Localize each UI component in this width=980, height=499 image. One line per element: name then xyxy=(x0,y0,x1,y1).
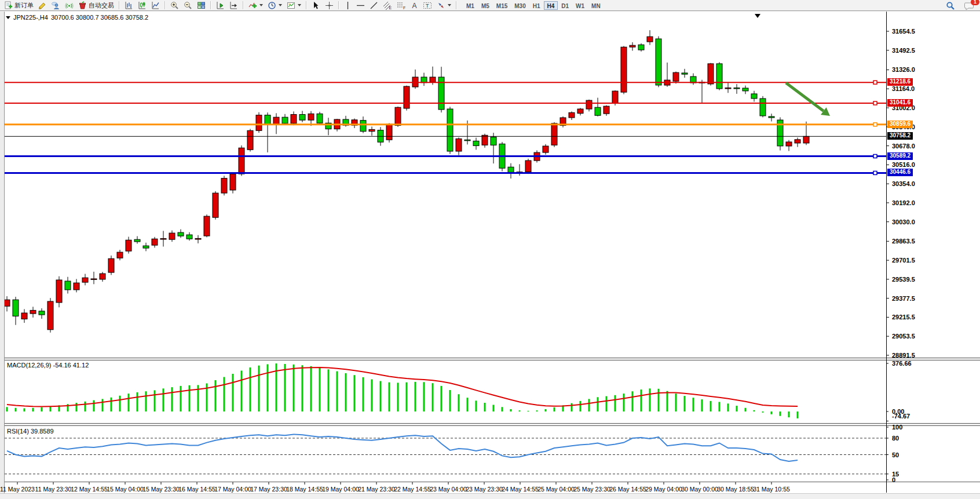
clock-icon xyxy=(268,1,276,10)
channel-icon: E xyxy=(383,1,392,10)
timeframe-w1[interactable]: W1 xyxy=(572,1,588,10)
panel-separator[interactable] xyxy=(5,360,980,360)
toolbar-separator xyxy=(456,1,457,9)
candlestick-chart-button[interactable] xyxy=(136,1,149,10)
indicators-button[interactable] xyxy=(246,1,265,10)
chart-title: JPN225-,H4 30700.6 30800.7 30685.6 30758… xyxy=(6,14,148,21)
template-icon xyxy=(287,1,295,10)
new-order-icon xyxy=(4,1,13,10)
periods-button[interactable] xyxy=(265,1,284,10)
timeframe-m30[interactable]: M30 xyxy=(511,1,529,10)
svg-text:F: F xyxy=(403,6,405,10)
toolbar: 新订单 自动交易 xyxy=(0,0,980,11)
timeframe-toolbar: M1M5M15M30H1H4D1W1MN xyxy=(463,1,604,10)
notification-badge: 1 xyxy=(971,0,979,5)
zoom-out-icon xyxy=(184,1,192,10)
trendline-button[interactable] xyxy=(367,1,381,10)
vertical-line-icon xyxy=(344,1,352,10)
line-chart-button[interactable] xyxy=(149,1,162,10)
cursor-button[interactable] xyxy=(309,1,323,10)
autotrading-icon xyxy=(78,1,87,10)
new-order-label: 新订单 xyxy=(14,1,34,10)
svg-text:T: T xyxy=(426,3,429,9)
chevron-down-icon xyxy=(259,4,263,6)
text-button[interactable]: A xyxy=(408,1,420,10)
panel-separator[interactable] xyxy=(5,425,980,426)
rsi-indicator-label: RSI(14) 39.8589 xyxy=(7,428,54,435)
toolbar-separator xyxy=(119,1,120,9)
search-button[interactable] xyxy=(944,1,957,10)
application-window: 新订单 自动交易 xyxy=(0,0,980,499)
crosshair-button[interactable] xyxy=(323,1,336,10)
chart-shift-button[interactable] xyxy=(227,1,240,10)
autotrading-button[interactable]: 自动交易 xyxy=(76,1,116,10)
time-axis-border xyxy=(5,482,980,482)
chevron-down-icon xyxy=(279,4,282,6)
toolbar-separator xyxy=(210,1,211,9)
new-order-button[interactable]: 新订单 xyxy=(2,1,36,10)
fibonacci-button[interactable]: F xyxy=(394,1,408,10)
ohlc-label: 30700.6 30800.7 30685.6 30758.2 xyxy=(51,14,148,21)
horizontal-line-icon xyxy=(356,1,365,10)
svg-text:E: E xyxy=(389,6,392,10)
price-axis-line xyxy=(886,12,887,493)
tile-windows-icon xyxy=(197,1,206,10)
chevron-down-icon xyxy=(298,4,301,6)
tile-windows-button[interactable] xyxy=(195,1,208,10)
signals-button[interactable] xyxy=(63,1,76,10)
equidistant-channel-button[interactable]: E xyxy=(381,1,394,10)
toolbar-separator xyxy=(164,1,166,9)
chart-shift-marker[interactable] xyxy=(755,14,760,18)
toolbar-separator xyxy=(243,1,244,9)
chart-shift-icon xyxy=(229,1,238,10)
vertical-line-button[interactable] xyxy=(342,1,354,10)
indicators-icon xyxy=(248,1,257,10)
arrows-icon xyxy=(437,1,445,10)
zoom-in-button[interactable] xyxy=(168,1,181,10)
timeframe-mn[interactable]: MN xyxy=(588,1,604,10)
person-icon xyxy=(52,1,60,10)
toolbar-separator xyxy=(306,1,307,9)
templates-button[interactable] xyxy=(284,1,303,10)
community-button[interactable] xyxy=(49,1,63,10)
cursor-icon xyxy=(312,1,320,10)
macd-indicator-label: MACD(12,26,9) -54.16 41.12 xyxy=(7,362,89,369)
auto-scroll-icon xyxy=(216,1,225,10)
toolbar-separator xyxy=(338,1,339,9)
timeframe-m15[interactable]: M15 xyxy=(493,1,511,10)
zoom-in-icon xyxy=(170,1,179,10)
bar-chart-button[interactable] xyxy=(122,1,136,10)
svg-text:A: A xyxy=(412,2,417,10)
timeframe-d1[interactable]: D1 xyxy=(558,1,572,10)
bar-chart-icon xyxy=(125,1,133,10)
timeframe-m5[interactable]: M5 xyxy=(478,1,493,10)
styles-button[interactable] xyxy=(36,1,49,10)
text-label-button[interactable]: T xyxy=(420,1,434,10)
timeframe-h4[interactable]: H4 xyxy=(544,1,558,10)
signal-icon xyxy=(65,1,74,10)
trendline-icon xyxy=(370,1,378,10)
autotrading-label: 自动交易 xyxy=(89,1,114,10)
fibonacci-icon: F xyxy=(397,1,406,10)
zoom-out-button[interactable] xyxy=(181,1,195,10)
candlestick-chart-icon xyxy=(138,1,147,10)
window-left-edge xyxy=(0,12,5,493)
auto-scroll-button[interactable] xyxy=(214,1,227,10)
horizontal-line-button[interactable] xyxy=(354,1,367,10)
line-chart-icon xyxy=(151,1,160,10)
notifications-button[interactable]: 1 xyxy=(962,1,977,10)
chevron-down-icon xyxy=(448,4,451,6)
chart-menu-icon[interactable] xyxy=(6,16,10,19)
timeframe-h1[interactable]: H1 xyxy=(529,1,544,10)
crosshair-icon xyxy=(325,1,334,10)
timeframe-m1[interactable]: M1 xyxy=(463,1,478,10)
arrows-button[interactable] xyxy=(434,1,454,10)
text-label-icon: T xyxy=(423,1,432,10)
text-icon: A xyxy=(411,1,418,10)
paint-icon xyxy=(38,1,47,10)
status-bar xyxy=(0,493,980,499)
symbol-period-label: JPN225-,H4 xyxy=(13,14,48,21)
search-icon xyxy=(946,1,955,10)
